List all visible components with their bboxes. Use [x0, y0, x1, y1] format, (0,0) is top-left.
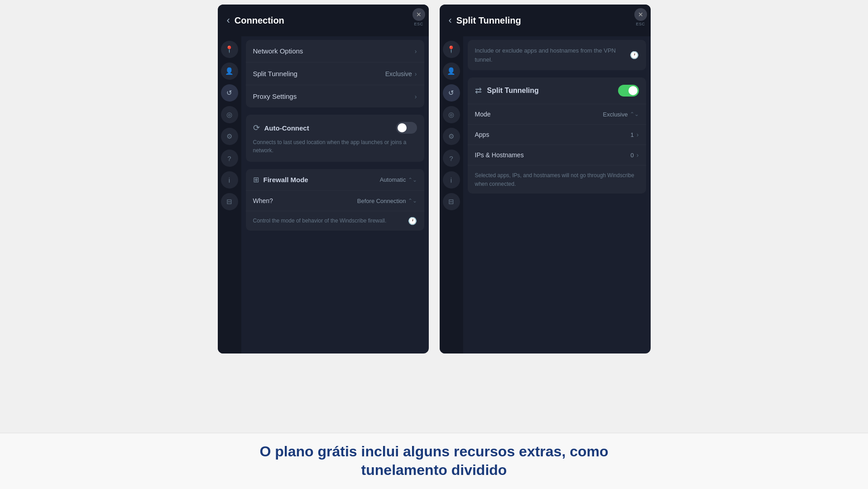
right-sidebar-icon-user[interactable]: 👤 [443, 63, 460, 80]
right-sidebar-icon-info[interactable]: i [443, 171, 460, 189]
right-panel-content: Include or exclude apps and hostnames fr… [463, 36, 651, 353]
firewall-value: Automatic [380, 176, 406, 183]
split-tunneling-chevron: › [415, 70, 417, 77]
caption-text: O plano grátis inclui alguns recursos ex… [230, 442, 638, 480]
right-sidebar-icon-log[interactable]: ⊟ [443, 193, 460, 210]
connection-panel: ‹ Connection ✕ ESC 📍 👤 ↺ ◎ ⚙ ? i ⊟ [218, 5, 429, 353]
network-options-label: Network Options [253, 47, 415, 55]
ips-hostnames-label: IPs & Hostnames [475, 151, 631, 159]
caption-bar: O plano grátis inclui alguns recursos ex… [0, 433, 868, 489]
right-sidebar-icon-connection[interactable]: ↺ [443, 84, 460, 102]
panel-body: 📍 👤 ↺ ◎ ⚙ ? i ⊟ Network Options › [218, 36, 429, 353]
split-panel-body: 📍 👤 ↺ ◎ ⚙ ? i ⊟ Include or exclude apps … [440, 36, 651, 353]
when-row: When? Before Connection ⌃⌄ [246, 191, 424, 211]
sidebar-icon-location[interactable]: 📍 [221, 41, 238, 58]
left-panel-content: Network Options › Split Tunneling Exclus… [241, 36, 429, 353]
connection-panel-header: ‹ Connection ✕ ESC [218, 5, 429, 36]
autoconnect-section: ⟳ Auto-Connect Connects to last used loc… [246, 115, 424, 162]
firewall-label: Firewall Mode [264, 176, 380, 184]
split-tunneling-item[interactable]: Split Tunneling Exclusive › [246, 63, 424, 85]
split-tunneling-esc-label: ESC [636, 22, 645, 26]
firewall-section: ⊞ Firewall Mode Automatic ⌃⌄ When? Befor… [246, 169, 424, 231]
split-tunnel-main-section: ⇄ Split Tunneling Mode Exclusive ⌃⌄ [468, 77, 646, 194]
right-sidebar: 📍 👤 ↺ ◎ ⚙ ? i ⊟ [440, 36, 463, 353]
ips-hostnames-chevron: › [637, 151, 639, 159]
connection-title: Connection [235, 15, 420, 26]
right-sidebar-icon-location[interactable]: 📍 [443, 41, 460, 58]
right-sidebar-icon-settings[interactable]: ⚙ [443, 128, 460, 145]
sidebar-icon-help[interactable]: ? [221, 150, 238, 167]
split-tunneling-close-button[interactable]: ✕ [634, 8, 647, 21]
autoconnect-label: Auto-Connect [264, 124, 396, 132]
esc-label: ESC [414, 22, 423, 26]
autoconnect-row: ⟳ Auto-Connect [253, 122, 417, 134]
split-tunneling-toggle[interactable] [618, 85, 639, 97]
split-tunnel-desc-text: Selected apps, IPs, and hostnames will n… [475, 172, 634, 187]
mode-label: Mode [475, 111, 603, 118]
sidebar-icon-log[interactable]: ⊟ [221, 193, 238, 210]
proxy-settings-label: Proxy Settings [253, 92, 415, 100]
split-tunneling-toggle-knob [628, 86, 638, 95]
apps-count: 1 [631, 131, 634, 138]
close-button[interactable]: ✕ [412, 8, 425, 21]
right-sidebar-icon-notifications[interactable]: ◎ [443, 106, 460, 123]
split-tunneling-close-area: ✕ ESC [634, 8, 647, 26]
split-tunneling-value: Exclusive [385, 70, 412, 77]
split-tunnel-header-row: ⇄ Split Tunneling [468, 77, 646, 104]
back-button[interactable]: ‹ [227, 15, 230, 26]
network-options-chevron: › [415, 48, 417, 55]
firewall-info-icon[interactable]: 🕐 [408, 217, 417, 225]
autoconnect-toggle[interactable] [396, 122, 417, 134]
autoconnect-icon: ⟳ [253, 123, 260, 133]
proxy-settings-item[interactable]: Proxy Settings › [246, 85, 424, 107]
split-tunnel-info-text: Include or exclude apps and hostnames fr… [475, 46, 626, 64]
sidebar-icon-info[interactable]: i [221, 171, 238, 189]
when-label: When? [253, 197, 357, 204]
ips-hostnames-row[interactable]: IPs & Hostnames 0 › [468, 145, 646, 165]
proxy-settings-chevron: › [415, 93, 417, 100]
when-value: Before Connection [357, 198, 406, 204]
firewall-description: Control the mode of behavior of the Wind… [253, 217, 408, 225]
mode-dropdown-icon[interactable]: ⌃⌄ [630, 111, 639, 117]
sidebar-icon-connection[interactable]: ↺ [221, 84, 238, 102]
split-tunnel-info-icon[interactable]: 🕐 [630, 51, 639, 59]
firewall-mode-row: ⊞ Firewall Mode Automatic ⌃⌄ [246, 169, 424, 191]
sidebar-icon-notifications[interactable]: ◎ [221, 106, 238, 123]
mode-row: Mode Exclusive ⌃⌄ [468, 104, 646, 125]
split-tunneling-label: Split Tunneling [253, 70, 385, 77]
split-tunneling-back-button[interactable]: ‹ [449, 15, 452, 26]
sidebar-icon-settings[interactable]: ⚙ [221, 128, 238, 145]
left-sidebar: 📍 👤 ↺ ◎ ⚙ ? i ⊟ [218, 36, 241, 353]
apps-label: Apps [475, 131, 631, 138]
split-tunnel-desc-box: Selected apps, IPs, and hostnames will n… [468, 165, 646, 194]
split-tunnel-icon: ⇄ [475, 86, 482, 96]
right-sidebar-icon-help[interactable]: ? [443, 150, 460, 167]
firewall-dropdown-icon[interactable]: ⌃⌄ [408, 177, 417, 183]
left-menu-section: Network Options › Split Tunneling Exclus… [246, 40, 424, 107]
close-btn-area: ✕ ESC [412, 8, 425, 26]
network-options-item[interactable]: Network Options › [246, 40, 424, 63]
firewall-icon: ⊞ [253, 175, 259, 184]
firewall-desc-row: Control the mode of behavior of the Wind… [246, 211, 424, 231]
split-tunnel-info-box: Include or exclude apps and hostnames fr… [468, 40, 646, 70]
ips-hostnames-count: 0 [631, 152, 634, 159]
split-tunnel-label: Split Tunneling [487, 87, 618, 95]
apps-chevron: › [637, 131, 639, 138]
apps-row[interactable]: Apps 1 › [468, 125, 646, 145]
split-tunneling-title: Split Tunneling [456, 15, 642, 26]
when-dropdown-icon[interactable]: ⌃⌄ [408, 198, 417, 204]
autoconnect-description: Connects to last used location when the … [253, 138, 417, 155]
mode-value: Exclusive [603, 111, 628, 118]
autoconnect-toggle-knob [398, 123, 407, 132]
sidebar-icon-user[interactable]: 👤 [221, 63, 238, 80]
split-tunneling-panel: ‹ Split Tunneling ✕ ESC 📍 👤 ↺ ◎ ⚙ ? i ⊟ [440, 5, 651, 353]
split-tunneling-panel-header: ‹ Split Tunneling ✕ ESC [440, 5, 651, 36]
